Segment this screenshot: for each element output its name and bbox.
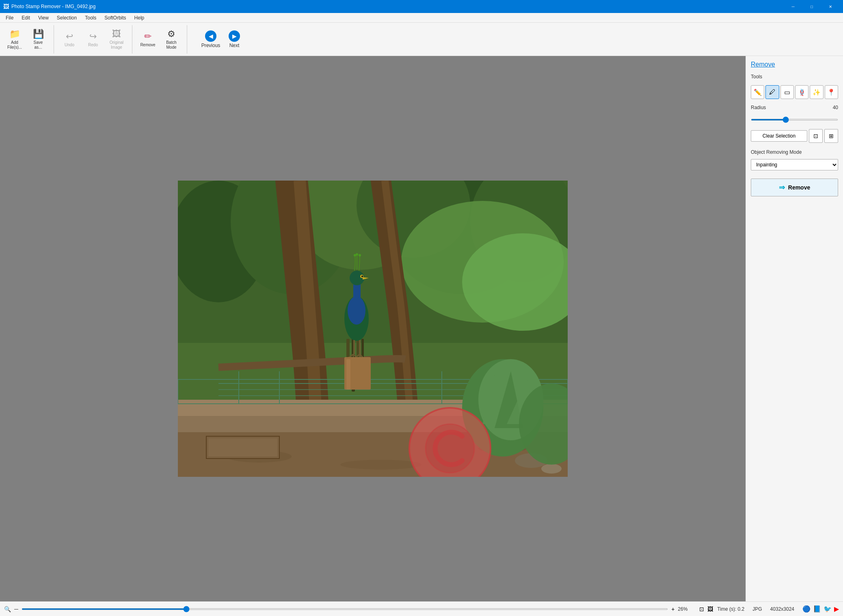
menu-tools[interactable]: Tools: [81, 13, 100, 22]
redo-button[interactable]: ↪ Redo: [82, 26, 104, 52]
add-files-icon: 📁: [9, 29, 20, 39]
radius-value: 40: [833, 105, 838, 110]
zoom-slider[interactable]: [22, 608, 668, 610]
image-container: [178, 181, 568, 477]
facebook-icon[interactable]: 📘: [813, 605, 821, 613]
fit-selection-button[interactable]: ⊡: [809, 129, 823, 143]
time-info: Time (s): 0.2: [717, 606, 744, 612]
menu-file[interactable]: File: [2, 13, 17, 22]
previous-button[interactable]: ◀ Previous: [199, 26, 222, 52]
close-button[interactable]: ✕: [821, 0, 840, 13]
menu-help[interactable]: Help: [130, 13, 149, 22]
save-as-button[interactable]: 💾 Saveas...: [27, 26, 50, 52]
app-title: Photo Stamp Remover - IMG_0492.jpg: [11, 4, 784, 9]
add-files-button[interactable]: 📁 AddFile(s)...: [3, 26, 26, 52]
stamp-detect-button[interactable]: 📍: [825, 85, 838, 99]
zoom-out-icon[interactable]: 🔍: [4, 606, 11, 612]
remove-tool-label: Remove: [140, 43, 155, 47]
lasso-tool-button[interactable]: 🪢: [795, 85, 808, 99]
social-icons: 🔵 📘 🐦 ▶: [802, 605, 839, 613]
next-icon: ▶: [229, 30, 240, 42]
menu-edit[interactable]: Edit: [17, 13, 34, 22]
svg-rect-43: [359, 340, 361, 354]
redo-label: Redo: [88, 43, 98, 47]
undo-icon: ↩: [66, 31, 73, 42]
magic-wand-button[interactable]: ✨: [810, 85, 823, 99]
radius-slider[interactable]: [751, 119, 838, 121]
add-files-label: AddFile(s)...: [7, 40, 22, 50]
undo-label: Undo: [65, 43, 74, 47]
youtube-icon[interactable]: ▶: [834, 605, 839, 613]
svg-point-38: [356, 253, 358, 256]
batch-mode-label: BatchMode: [166, 40, 177, 50]
original-image-label: OriginalImage: [110, 40, 123, 50]
panel-title: Remove: [751, 61, 838, 68]
tool-group: ✏ Remove ⚙ BatchMode: [136, 25, 187, 54]
remove-button[interactable]: ⇒ Remove: [751, 179, 838, 196]
svg-rect-35: [353, 282, 361, 304]
remove-tool-icon: ✏: [144, 31, 151, 42]
original-image-button[interactable]: 🖼 OriginalImage: [105, 26, 128, 52]
svg-rect-55: [208, 438, 277, 457]
menu-softorbits[interactable]: SoftOrbits: [100, 13, 130, 22]
canvas-area[interactable]: [0, 56, 746, 601]
rectangle-tool-button[interactable]: ▭: [780, 85, 794, 99]
remove-button-label: Remove: [788, 184, 810, 191]
app-icon: 🖼: [3, 3, 9, 10]
file-group: 📁 AddFile(s)... 💾 Saveas...: [3, 25, 54, 54]
right-panel: Remove Tools ✏️ 🖊 ▭ 🪢 ✨ 📍 Radius 40 Clea…: [746, 56, 843, 601]
batch-mode-button[interactable]: ⚙ BatchMode: [160, 26, 183, 52]
tools-row: ✏️ 🖊 ▭ 🪢 ✨ 📍: [751, 85, 838, 99]
zoom-in-icon[interactable]: +: [671, 606, 674, 612]
menubar: File Edit View Selection Tools SoftOrbit…: [0, 13, 843, 23]
mode-dropdown[interactable]: Inpainting Content-Aware Fill Blur: [751, 159, 838, 170]
svg-point-41: [361, 276, 363, 277]
undo-button[interactable]: ↩ Undo: [58, 26, 81, 52]
magic-brush-button[interactable]: 🖊: [765, 85, 779, 99]
svg-rect-42: [353, 340, 355, 354]
save-as-icon: 💾: [33, 29, 44, 39]
brush-tool-button[interactable]: ✏️: [751, 85, 764, 99]
radius-label: Radius: [751, 105, 766, 110]
edit-group: ↩ Undo ↪ Redo 🖼 OriginalImage: [58, 25, 132, 54]
tools-section-label: Tools: [751, 74, 838, 80]
radius-row: Radius 40: [751, 105, 838, 110]
zoom-icon-small: —: [14, 607, 18, 611]
photo-canvas[interactable]: [178, 181, 568, 477]
main-area: Remove Tools ✏️ 🖊 ▭ 🪢 ✨ 📍 Radius 40 Clea…: [0, 56, 843, 601]
radius-slider-container: [751, 116, 838, 122]
toolbar: 📁 AddFile(s)... 💾 Saveas... ↩ Undo ↪ Red…: [0, 23, 843, 56]
svg-point-39: [359, 254, 361, 256]
titlebar: 🖼 Photo Stamp Remover - IMG_0492.jpg ─ □…: [0, 0, 843, 13]
format-info: JPG: [752, 606, 762, 612]
clear-selection-button[interactable]: Clear Selection: [751, 130, 807, 142]
twitter-icon[interactable]: 🐦: [824, 605, 832, 613]
object-removing-mode-label: Object Removing Mode: [751, 149, 838, 155]
status-right: Time (s): 0.2 JPG 4032x3024 🔵 📘 🐦 ▶: [717, 605, 839, 613]
menu-view[interactable]: View: [34, 13, 53, 22]
redo-icon: ↪: [89, 31, 97, 42]
next-button[interactable]: ▶ Next: [223, 26, 246, 52]
remove-arrow-icon: ⇒: [779, 183, 785, 192]
minimize-button[interactable]: ─: [784, 0, 802, 13]
maximize-button[interactable]: □: [802, 0, 821, 13]
svg-point-57: [541, 464, 562, 474]
svg-rect-51: [346, 359, 350, 390]
previous-label: Previous: [201, 43, 220, 48]
selection-mode-icon: ⊡: [699, 606, 704, 612]
dimensions-info: 4032x3024: [770, 606, 794, 612]
save-as-label: Saveas...: [34, 40, 43, 50]
original-image-icon: 🖼: [112, 29, 121, 39]
previous-icon: ◀: [205, 30, 216, 42]
menu-selection[interactable]: Selection: [53, 13, 81, 22]
batch-mode-icon: ⚙: [167, 29, 175, 39]
invert-selection-button[interactable]: ⊞: [824, 129, 838, 143]
status-left: 🔍 — + 26% ⊡ 🖼: [4, 606, 713, 612]
statusbar: 🔍 — + 26% ⊡ 🖼 Time (s): 0.2 JPG 4032x302…: [0, 601, 843, 616]
svg-point-16: [340, 460, 422, 470]
svg-point-36: [350, 271, 364, 285]
remove-tool-button[interactable]: ✏ Remove: [136, 26, 159, 52]
softorbits-icon[interactable]: 🔵: [802, 605, 811, 613]
window-controls: ─ □ ✕: [784, 0, 840, 13]
navigation-group: ◀ Previous ▶ Next: [199, 26, 246, 52]
